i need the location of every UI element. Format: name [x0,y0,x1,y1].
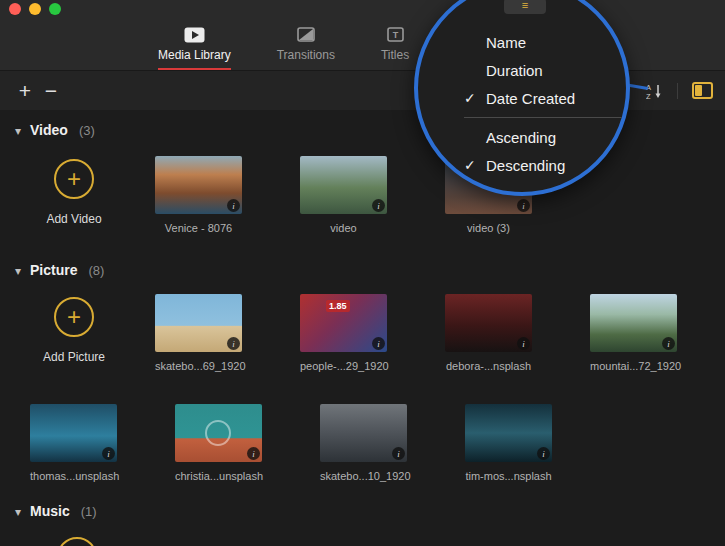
video-thumbnail[interactable]: i video [300,156,387,234]
video-row: + Add Video i Venice - 8076 i video [0,156,725,234]
info-icon[interactable]: i [517,199,530,212]
section-header-picture[interactable]: ▾ Picture (8) [0,262,725,278]
app-window: Media Library Transitions T Titles + − A… [0,0,725,546]
picture-thumbnail[interactable]: i thomas...unsplash [30,404,117,482]
picture-row-1: + Add Picture i skatebo...69_1920 1.85 i… [0,294,725,372]
chevron-down-icon[interactable]: ▾ [15,505,21,519]
section-music: ▾ Music (1) [0,503,725,519]
check-icon: ✓ [464,90,486,106]
info-icon[interactable]: i [102,447,115,460]
tab-label: Transitions [277,48,335,62]
thumbnail-label: skatebo...10_1920 [320,470,407,482]
plus-circle-icon[interactable]: + [54,159,94,199]
sort-button-magnified: ≡ [504,0,546,14]
thumbnail-label: thomas...unsplash [30,470,117,482]
info-icon[interactable]: i [537,447,550,460]
menu-item-name[interactable]: Name [464,28,630,56]
info-icon[interactable]: i [662,337,675,350]
menu-item-label: Date Created [486,90,575,107]
menu-item-label: Ascending [486,129,556,146]
section-header-music[interactable]: ▾ Music (1) [0,503,725,519]
info-icon[interactable]: i [372,337,385,350]
image-overlay-text: 1.85 [326,300,350,312]
thumbnail-label: christia...unsplash [175,470,262,482]
section-title: Music [30,503,70,519]
minimize-button[interactable] [29,3,41,15]
thumbnail-label: debora-...nsplash [445,360,532,372]
section-count: (3) [79,123,95,138]
add-video-label: Add Video [46,212,101,226]
titles-icon: T [387,26,404,43]
info-icon[interactable]: i [247,447,260,460]
picture-thumbnail[interactable]: i skatebo...10_1920 [320,404,407,482]
tab-media-library[interactable]: Media Library [158,26,231,70]
thumbnail-image[interactable]: i [155,156,242,214]
picture-row-2: i thomas...unsplash i christia...unsplas… [0,404,725,482]
info-icon[interactable]: i [392,447,405,460]
menu-item-label: Duration [486,62,543,79]
thumbnail-label: tim-mos...nsplash [465,470,552,482]
menu-separator [464,117,622,118]
section-count: (8) [89,263,105,278]
tab-titles[interactable]: T Titles [381,26,409,70]
media-panel-toggle-icon[interactable] [692,82,713,99]
picture-thumbnail[interactable]: i debora-...nsplash [445,294,532,372]
add-music-button-partial[interactable] [57,537,97,546]
section-count: (1) [81,504,97,519]
thumbnail-image[interactable]: i [175,404,262,462]
thumbnail-label: skatebo...69_1920 [155,360,242,372]
thumbnail-image[interactable]: i [445,294,532,352]
tab-label: Titles [381,48,409,62]
toolbar-divider [677,83,678,99]
thumbnail-image[interactable]: i [155,294,242,352]
close-button[interactable] [9,3,21,15]
add-picture-label: Add Picture [43,350,105,364]
sort-icon[interactable]: AZ [646,83,663,99]
thumbnail-label: video [300,222,387,234]
picture-thumbnail[interactable]: i skatebo...69_1920 [155,294,242,372]
info-icon[interactable]: i [372,199,385,212]
menu-item-date-created[interactable]: ✓ Date Created [464,84,630,112]
info-icon[interactable]: i [517,337,530,350]
menu-item-label: Name [486,34,526,51]
titlebar [0,0,725,18]
svg-text:Z: Z [646,91,651,99]
thumbnail-label: Venice - 8076 [155,222,242,234]
video-thumbnail[interactable]: i Venice - 8076 [155,156,242,234]
zoom-button[interactable] [49,3,61,15]
thumbnail-image[interactable]: i [590,294,677,352]
menu-item-label: Descending [486,157,565,174]
section-title: Video [30,122,68,138]
remove-media-button[interactable]: − [38,80,64,101]
info-icon[interactable]: i [227,199,240,212]
add-picture-tile[interactable]: + Add Picture [14,294,134,364]
section-picture: ▾ Picture (8) + Add Picture i skatebo...… [0,262,725,482]
thumbnail-label: people-...29_1920 [300,360,387,372]
thumbnail-image[interactable]: i [300,156,387,214]
chevron-down-icon[interactable]: ▾ [15,124,21,138]
tab-transitions[interactable]: Transitions [277,26,335,70]
media-library-icon [184,26,205,43]
picture-thumbnail[interactable]: 1.85 i people-...29_1920 [300,294,387,372]
menu-item-duration[interactable]: Duration [464,56,630,84]
thumbnail-image[interactable]: i [320,404,407,462]
plus-circle-icon[interactable]: + [54,297,94,337]
sort-menu: Name Duration ✓ Date Created Ascending ✓… [464,28,630,179]
chevron-down-icon[interactable]: ▾ [15,264,21,278]
section-title: Picture [30,262,77,278]
check-icon: ✓ [464,157,486,173]
thumbnail-image[interactable]: 1.85 i [300,294,387,352]
thumbnail-image[interactable]: i [30,404,117,462]
add-media-button[interactable]: + [12,80,38,101]
picture-thumbnail[interactable]: i christia...unsplash [175,404,262,482]
picture-thumbnail[interactable]: i tim-mos...nsplash [465,404,552,482]
svg-text:T: T [392,30,398,40]
thumbnail-label: mountai...72_1920 [590,360,677,372]
add-video-tile[interactable]: + Add Video [14,156,134,226]
thumbnail-image[interactable]: i [465,404,552,462]
media-library-content: ▾ Video (3) + Add Video i Venice - 8076 [0,122,725,519]
menu-item-ascending[interactable]: Ascending [464,123,630,151]
picture-thumbnail[interactable]: i mountai...72_1920 [590,294,677,372]
info-icon[interactable]: i [227,337,240,350]
transitions-icon [297,26,315,43]
